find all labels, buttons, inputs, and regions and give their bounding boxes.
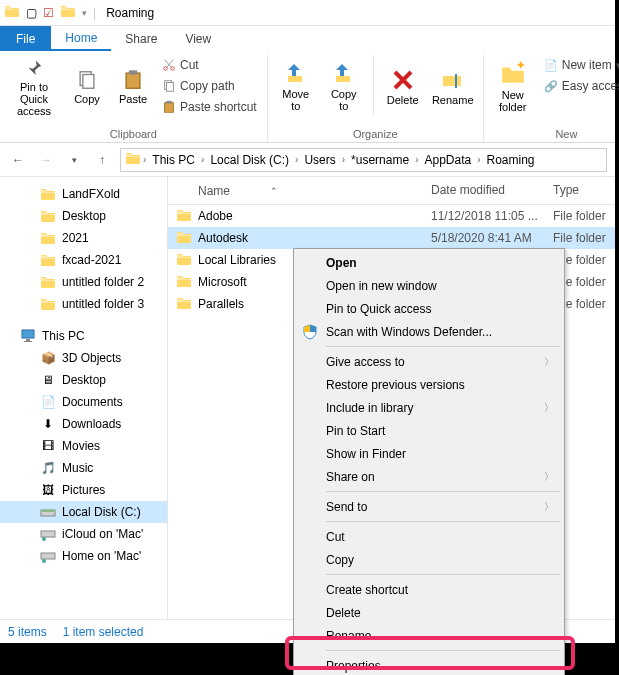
folder-icon	[176, 207, 192, 226]
breadcrumb-item[interactable]: Users	[300, 153, 339, 167]
recent-dropdown[interactable]: ▾	[64, 150, 84, 170]
folder-icon	[176, 273, 192, 292]
label: Paste	[119, 93, 147, 105]
system-folder-icon: ⬇	[40, 416, 56, 432]
system-folder-icon: 📄	[40, 394, 56, 410]
file-name: Parallels	[198, 297, 244, 311]
menu-item-delete[interactable]: Delete	[296, 601, 562, 624]
up-button[interactable]: ↑	[92, 150, 112, 170]
new-item-button[interactable]: 📄 New item ▾	[540, 55, 619, 75]
navigation-pane[interactable]: LandFXoldDesktop2021fxcad-2021untitled f…	[0, 177, 168, 619]
chevron-right-icon[interactable]: ›	[342, 154, 345, 165]
menu-separator	[326, 491, 560, 492]
menu-item-rename[interactable]: Rename	[296, 624, 562, 647]
tree-item[interactable]: 📄Documents	[0, 391, 167, 413]
explorer-window: ▢ ☑ ▾ | Roaming File Home Share View Pin…	[0, 0, 615, 675]
menu-item-restore-previous-versions[interactable]: Restore previous versions	[296, 373, 562, 396]
tree-item[interactable]: Home on 'Mac'	[0, 545, 167, 567]
breadcrumb-item[interactable]: Roaming	[483, 153, 539, 167]
chevron-right-icon[interactable]: ›	[143, 154, 146, 165]
label: Pictures	[62, 483, 105, 497]
rename-button[interactable]: Rename	[429, 55, 477, 119]
new-folder-button[interactable]: New folder	[490, 55, 536, 119]
tree-item[interactable]: untitled folder 3	[0, 293, 167, 315]
system-folder-icon: 📦	[40, 350, 56, 366]
copy-path-button[interactable]: Copy path	[158, 76, 261, 96]
tab-share[interactable]: Share	[111, 26, 171, 51]
tree-item[interactable]: iCloud on 'Mac'	[0, 523, 167, 545]
menu-item-pin-to-quick-access[interactable]: Pin to Quick access	[296, 297, 562, 320]
qat-item[interactable]: ▢	[26, 6, 37, 20]
breadcrumb-item[interactable]: *username	[347, 153, 413, 167]
menu-item-show-in-finder[interactable]: Show in Finder	[296, 442, 562, 465]
tree-item[interactable]: LandFXold	[0, 183, 167, 205]
column-date[interactable]: Date modified	[423, 177, 545, 204]
qat-item-checked[interactable]: ☑	[43, 6, 54, 20]
copy-button[interactable]: Copy	[66, 55, 108, 119]
menu-item-share-on[interactable]: Share on〉	[296, 465, 562, 488]
system-folder-icon: 🎵	[40, 460, 56, 476]
column-type[interactable]: Type	[545, 177, 615, 204]
breadcrumbs[interactable]: › This PC › Local Disk (C:) › Users › *u…	[120, 148, 607, 172]
context-menu: OpenOpen in new windowPin to Quick acces…	[293, 248, 565, 675]
qat-dropdown[interactable]: ▾	[82, 8, 87, 18]
breadcrumb-item[interactable]: This PC	[148, 153, 199, 167]
menu-item-open-in-new-window[interactable]: Open in new window	[296, 274, 562, 297]
chevron-right-icon[interactable]: ›	[201, 154, 204, 165]
breadcrumb-item[interactable]: Local Disk (C:)	[206, 153, 293, 167]
ribbon-group-new: New folder 📄 New item ▾ 🔗 Easy access ▾ …	[484, 55, 619, 142]
menu-item-give-access-to[interactable]: Give access to〉	[296, 350, 562, 373]
easy-access-button[interactable]: 🔗 Easy access ▾	[540, 76, 619, 96]
tree-item[interactable]: Local Disk (C:)	[0, 501, 167, 523]
network-drive-icon	[40, 526, 56, 542]
pin-to-quick-access-button[interactable]: Pin to Quick access	[6, 55, 62, 119]
menu-item-include-in-library[interactable]: Include in library〉	[296, 396, 562, 419]
label: untitled folder 3	[62, 297, 144, 311]
tree-item[interactable]: ⬇Downloads	[0, 413, 167, 435]
network-drive-icon	[40, 548, 56, 564]
tree-item[interactable]: 🎞Movies	[0, 435, 167, 457]
paste-shortcut-button[interactable]: Paste shortcut	[158, 97, 261, 117]
cut-button[interactable]: Cut	[158, 55, 261, 75]
file-row[interactable]: Autodesk5/18/2020 8:41 AMFile folder	[168, 227, 615, 249]
label: Copy	[74, 93, 100, 105]
label: fxcad-2021	[62, 253, 121, 267]
tree-item-thispc[interactable]: This PC	[0, 325, 167, 347]
move-to-button[interactable]: Move to	[274, 55, 318, 119]
menu-item-copy[interactable]: Copy	[296, 548, 562, 571]
menu-label: Properties	[326, 659, 381, 673]
menu-item-properties[interactable]: Properties	[296, 654, 562, 675]
copy-to-button[interactable]: Copy to	[322, 55, 366, 119]
tree-item[interactable]: fxcad-2021	[0, 249, 167, 271]
tree-item[interactable]: 🖥Desktop	[0, 369, 167, 391]
menu-label: Open in new window	[326, 279, 437, 293]
tree-item[interactable]: 🖼Pictures	[0, 479, 167, 501]
menu-item-cut[interactable]: Cut	[296, 525, 562, 548]
chevron-right-icon[interactable]: ›	[415, 154, 418, 165]
paste-button[interactable]: Paste	[112, 55, 154, 119]
tab-view[interactable]: View	[171, 26, 225, 51]
menu-item-send-to[interactable]: Send to〉	[296, 495, 562, 518]
menu-item-open[interactable]: Open	[296, 251, 562, 274]
forward-button[interactable]: →	[36, 150, 56, 170]
back-button[interactable]: ←	[8, 150, 28, 170]
chevron-right-icon[interactable]: ›	[295, 154, 298, 165]
tab-file[interactable]: File	[0, 26, 51, 51]
tab-home[interactable]: Home	[51, 26, 111, 51]
breadcrumb-item[interactable]: AppData	[420, 153, 475, 167]
menu-item-pin-to-start[interactable]: Pin to Start	[296, 419, 562, 442]
delete-button[interactable]: Delete	[381, 55, 425, 119]
tree-item[interactable]: 📦3D Objects	[0, 347, 167, 369]
tree-item[interactable]: 🎵Music	[0, 457, 167, 479]
tree-item[interactable]: 2021	[0, 227, 167, 249]
tree-item[interactable]: Desktop	[0, 205, 167, 227]
label: LandFXold	[62, 187, 120, 201]
label: Music	[62, 461, 93, 475]
file-row[interactable]: Adobe11/12/2018 11:05 ...File folder	[168, 205, 615, 227]
menu-label: Open	[326, 256, 357, 270]
column-name[interactable]: Name⌃	[168, 177, 423, 204]
chevron-right-icon[interactable]: ›	[477, 154, 480, 165]
tree-item[interactable]: untitled folder 2	[0, 271, 167, 293]
menu-item-create-shortcut[interactable]: Create shortcut	[296, 578, 562, 601]
menu-item-scan-with-windows-defender-[interactable]: Scan with Windows Defender...	[296, 320, 562, 343]
